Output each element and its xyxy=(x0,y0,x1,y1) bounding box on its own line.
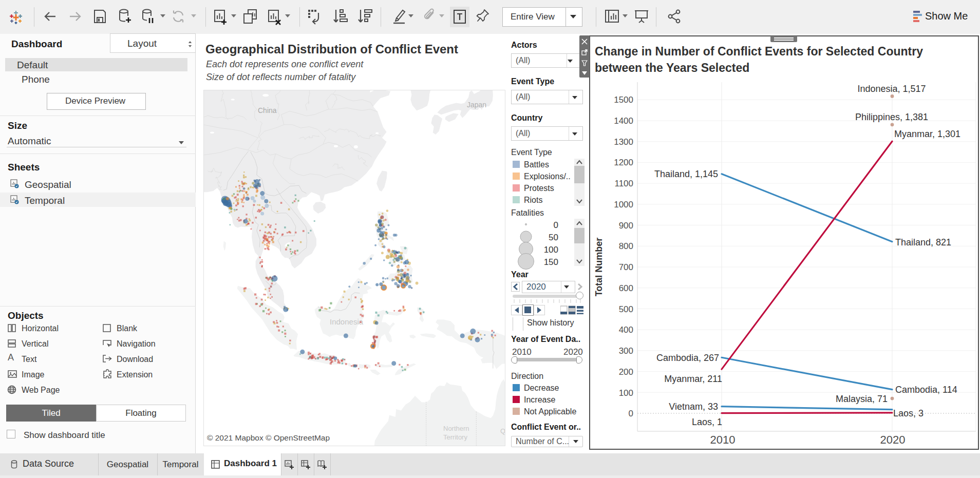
svg-text:Myanmar, 211: Myanmar, 211 xyxy=(664,374,722,384)
svg-text:500: 500 xyxy=(619,304,633,314)
svg-text:Northern: Northern xyxy=(443,425,469,432)
svg-text:200: 200 xyxy=(619,367,633,377)
svg-text:Laos, 1: Laos, 1 xyxy=(692,417,722,427)
svg-text:China: China xyxy=(258,106,277,114)
svg-text:600: 600 xyxy=(619,283,633,293)
svg-text:1200: 1200 xyxy=(614,158,633,167)
svg-text:700: 700 xyxy=(619,262,633,272)
svg-text:Thailand, 821: Thailand, 821 xyxy=(895,237,951,247)
svg-text:Myanmar, 1,301: Myanmar, 1,301 xyxy=(894,129,960,139)
svg-text:100: 100 xyxy=(619,388,633,398)
svg-text:Territory: Territory xyxy=(443,433,467,441)
svg-text:Malaysia, 71: Malaysia, 71 xyxy=(836,394,888,404)
svg-text:Cambodia, 267: Cambodia, 267 xyxy=(656,353,719,363)
svg-text:0: 0 xyxy=(629,409,633,418)
svg-text:2020: 2020 xyxy=(880,433,906,446)
svg-text:800: 800 xyxy=(619,241,633,251)
svg-text:900: 900 xyxy=(619,221,633,231)
svg-text:Philippines, 1,381: Philippines, 1,381 xyxy=(855,112,928,122)
svg-text:Vietnam, 33: Vietnam, 33 xyxy=(669,401,718,412)
svg-text:1300: 1300 xyxy=(614,137,633,147)
svg-text:Qu: Qu xyxy=(500,427,505,435)
svg-text:300: 300 xyxy=(619,346,633,356)
svg-text:Japan: Japan xyxy=(467,101,486,109)
svg-text:Total Number: Total Number xyxy=(594,238,604,297)
svg-text:2010: 2010 xyxy=(710,433,736,446)
svg-text:Indonesia: Indonesia xyxy=(330,317,364,326)
svg-text:400: 400 xyxy=(619,325,633,335)
svg-text:1000: 1000 xyxy=(614,200,633,209)
svg-text:1100: 1100 xyxy=(614,179,633,188)
svg-text:Thailand, 1,145: Thailand, 1,145 xyxy=(654,169,718,179)
svg-text:Cambodia, 114: Cambodia, 114 xyxy=(895,385,957,395)
svg-text:Indonesia, 1,517: Indonesia, 1,517 xyxy=(857,84,926,94)
svg-text:1400: 1400 xyxy=(614,116,633,126)
svg-text:1500: 1500 xyxy=(614,95,633,105)
svg-text:Laos, 3: Laos, 3 xyxy=(893,408,924,418)
